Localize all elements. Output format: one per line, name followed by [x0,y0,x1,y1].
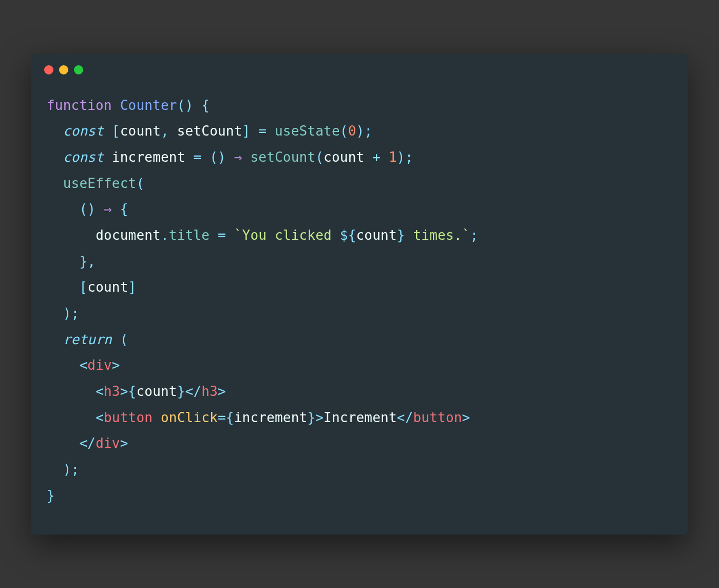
paren: ) [218,149,226,165]
code-line: const increment = () ⇒ setCount(count + … [47,149,413,165]
fn-call: useEffect [63,176,137,191]
code-line: [count] [47,279,136,295]
brace: } [397,227,405,243]
bracket: [ [79,279,87,295]
op: = [258,123,267,139]
semi: ; [405,149,413,165]
angle: > [462,410,470,425]
ident: count [324,149,364,165]
brace: } [79,254,87,269]
op: = [193,149,201,165]
bracket: ] [242,123,251,139]
kw-const: const [63,123,104,139]
brace: } [307,410,315,425]
semi: ; [364,123,372,139]
code-block: function Counter() { const [count, setCo… [31,80,688,519]
semi: ; [71,462,80,477]
brace: { [128,384,137,399]
code-line: function Counter() { [47,98,210,113]
slash: / [87,435,96,451]
jsx-tag: button [413,410,462,425]
op: = [218,227,226,243]
jsx-tag: button [104,410,153,425]
string: times. [405,227,462,243]
fn-name: Counter [120,98,177,113]
paren: ) [63,462,71,477]
angle: < [79,435,87,451]
maximize-icon[interactable] [74,65,83,74]
ident: count [120,123,161,139]
paren: ) [356,123,365,139]
code-line: const [count, setCount] = useState(0); [47,123,372,139]
number: 0 [348,123,356,139]
string: ` [462,227,470,243]
code-line: ); [47,306,79,321]
paren: ( [210,149,218,165]
code-line: ); [47,462,79,477]
paren: ( [120,332,128,347]
angle: < [397,410,405,425]
paren: ( [79,201,87,217]
slash: / [193,384,201,399]
angle: > [112,357,120,373]
code-line: </div> [47,435,128,451]
ident: count [136,384,177,399]
prop: title [169,227,210,243]
semi: ; [71,306,80,321]
angle: > [218,384,226,399]
brace: { [226,410,234,425]
brace: } [47,488,55,503]
paren: ) [63,306,71,321]
brace: { [201,98,210,113]
ident: increment [112,149,185,165]
ident: count [356,227,397,243]
semi: ; [470,227,478,243]
brace: { [120,201,128,217]
arrow: ⇒ [234,149,242,165]
minimize-icon[interactable] [59,65,68,74]
angle: < [79,357,87,373]
op: + [372,149,381,165]
string: You clicked [242,227,340,243]
ident: document [96,227,161,243]
code-line: } [47,488,55,503]
dot: . [161,227,169,243]
bracket: ] [128,279,137,295]
kw-const: const [63,149,104,165]
angle: < [185,384,194,399]
ident: count [87,279,128,295]
jsx-tag: h3 [201,384,218,399]
code-line: }, [47,254,96,269]
paren: ( [340,123,348,139]
brace: { [348,227,356,243]
fn-call: useState [275,123,340,139]
comma: , [87,254,96,269]
code-line: return ( [47,332,128,347]
arrow: ⇒ [104,201,112,217]
paren: ) [397,149,405,165]
paren: ( [136,176,144,191]
angle: < [96,384,104,399]
jsx-tag: div [87,357,112,373]
close-icon[interactable] [44,65,53,74]
code-line: <button onClick={increment}>Increment</b… [47,410,470,425]
string: ` [234,227,242,243]
code-line: () ⇒ { [47,201,128,217]
comma: , [161,123,169,139]
code-line: <h3>{count}</h3> [47,384,226,399]
angle: < [96,410,104,425]
paren: ( [315,149,324,165]
code-line: useEffect( [47,176,144,191]
code-line: document.title = `You clicked ${count} t… [47,227,478,243]
slash: / [405,410,413,425]
jsx-tag: h3 [104,384,120,399]
angle: > [120,384,128,399]
op: = [218,410,226,425]
bracket: [ [112,123,120,139]
number: 1 [389,149,397,165]
angle: > [120,435,128,451]
jsx-text: Increment [324,410,397,425]
paren: ) [87,201,96,217]
window-traffic-lights [31,54,688,80]
fn-call: setCount [250,149,315,165]
